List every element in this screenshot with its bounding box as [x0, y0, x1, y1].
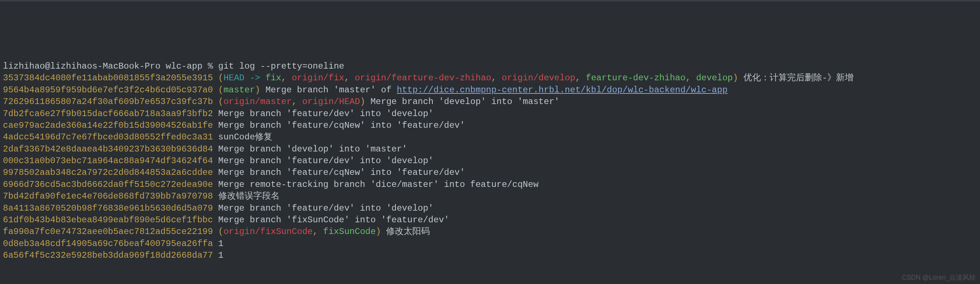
branch-remote: origin/fixSunCode: [223, 227, 313, 236]
refs-comma: ,: [313, 227, 323, 236]
commit-hash: 9564b4a8959f959bd6e7efc3f2c4b6cd05c937a0: [3, 85, 213, 95]
commit-hash: 4adcc54196d7c7e67fbced03d80552ffed0c3a31: [3, 132, 213, 142]
refs-open-paren: (: [218, 73, 223, 83]
refs-close-paren: ): [733, 73, 738, 83]
commit-hash: 6a56f4f5c232e5928beb3dda969f18dd2668da77: [3, 250, 213, 260]
commit-hash: 2daf3367b42e8daaea4b3409237b3630b9636d84: [3, 144, 213, 154]
commit-message: Merge branch 'master' of: [266, 85, 397, 95]
commit-hash: 3537384dc4080fe11abab0081855f3a2055e3915: [3, 73, 213, 83]
commit-hash: 7db2fca6e27f9b015dacf666ab718a3aa9f3bfb2: [3, 109, 213, 119]
branch-remote: origin/HEAD: [302, 97, 360, 107]
commit-line: 8a4113a8670520b98f76838e961b5630d6d5a079…: [3, 203, 977, 214]
branch-remote: origin/master: [223, 97, 292, 107]
commit-message: Merge branch 'develop' into 'master': [218, 144, 407, 154]
branch-remote: origin/develop: [502, 73, 575, 83]
window-top-border: [0, 0, 980, 2]
commit-hash: 72629611865807a24f30af609b7e6537c39fc37b: [3, 97, 213, 107]
refs-close-paren: ): [360, 97, 365, 107]
commit-hash: 0d8eb3a48cdf14905a69c76beaf400795ea26ffa: [3, 239, 213, 249]
commit-line: 61df0b43b4b83ebea8499eabf890e5d6cef1fbbc…: [3, 214, 977, 226]
commit-hash: 8a4113a8670520b98f76838e961b5630d6d5a079: [3, 203, 213, 213]
commit-message: sunCode修复: [218, 132, 273, 142]
commit-message: Merge remote-tracking branch 'dice/maste…: [218, 180, 539, 190]
prompt-symbol: %: [208, 61, 213, 71]
prompt-user-host: lizhihao@lizhihaos-MacBook-Pro: [3, 61, 161, 71]
refs-comma: ,: [575, 73, 586, 83]
commit-hash: cae979ac2ade360a14e22f0b15d39004526ab1fe: [3, 120, 213, 130]
commit-message: 修改错误字段名: [218, 191, 280, 201]
commit-line: 4adcc54196d7c7e67fbced03d80552ffed0c3a31…: [3, 131, 977, 143]
commit-hash: 61df0b43b4b83ebea8499eabf890e5d6cef1fbbc: [3, 215, 213, 225]
commit-line: fa990a7fc0e74732aee0b5aec7812ad55ce22199…: [3, 226, 977, 238]
commit-line: 0d8eb3a48cdf14905a69c76beaf400795ea26ffa…: [3, 238, 977, 250]
commit-message: Merge branch 'feature/cqNew' into 'featu…: [218, 168, 465, 177]
commit-hash: 000c31a0b073ebc71a964ac88a9474df34624f64: [3, 156, 213, 166]
commit-message: 修改太阳码: [386, 227, 430, 236]
commit-line: 9564b4a8959f959bd6e7efc3f2c4b6cd05c937a0…: [3, 84, 977, 96]
head-pointer: HEAD ->: [223, 73, 266, 83]
watermark-text: CSDN @Loren_云淡风轻: [902, 273, 975, 282]
refs-open-paren: (: [218, 97, 223, 107]
prompt-cwd: wlc-app: [165, 61, 202, 71]
branch-remote: origin/fearture-dev-zhihao: [355, 73, 491, 83]
commit-message: Merge branch 'feature/dev' into 'develop…: [218, 156, 434, 166]
command-text: git log --pretty=oneline: [218, 61, 345, 71]
commit-message: 优化：计算完后删除-》新增: [743, 73, 853, 83]
commit-message: 1: [218, 250, 223, 260]
refs-close-paren: ): [255, 85, 260, 95]
commit-line: 6a56f4f5c232e5928beb3dda969f18dd2668da77…: [3, 250, 977, 262]
commit-hash: 7bd42dfa90fe1ec4e706de868fd739bb7a970798: [3, 191, 213, 201]
refs-comma: ,: [292, 97, 302, 107]
commit-hash: 6966d736cd5ac3bd6662da0ff5150c272edea90e: [3, 180, 213, 190]
refs-comma: ,: [281, 73, 292, 83]
commit-line: 6966d736cd5ac3bd6662da0ff5150c272edea90e…: [3, 179, 977, 191]
refs-comma: ,: [491, 73, 502, 83]
branch-local: develop: [696, 73, 733, 83]
commit-message: Merge branch 'fixSunCode' into 'feature/…: [218, 215, 450, 225]
branch-local: fixSunCode: [323, 227, 376, 236]
refs-open-paren: (: [218, 227, 223, 236]
commit-line: cae979ac2ade360a14e22f0b15d39004526ab1fe…: [3, 120, 977, 131]
refs-comma: ,: [344, 73, 355, 83]
commit-line: 72629611865807a24f30af609b7e6537c39fc37b…: [3, 96, 977, 108]
commit-line: 2daf3367b42e8daaea4b3409237b3630b9636d84…: [3, 144, 977, 155]
refs-comma: ,: [686, 73, 696, 83]
commit-line: 7db2fca6e27f9b015dacf666ab718a3aa9f3bfb2…: [3, 108, 977, 120]
branch-local: master: [223, 85, 255, 95]
commit-hash: fa990a7fc0e74732aee0b5aec7812ad55ce22199: [3, 227, 213, 236]
commit-line: 7bd42dfa90fe1ec4e706de868fd739bb7a970798…: [3, 191, 977, 202]
commit-hash: 9978502aab348c2a7972c2d0d844853a2a6cddee: [3, 168, 213, 177]
commit-message: Merge branch 'develop' into 'master': [371, 97, 559, 107]
commit-message: Merge branch 'feature/dev' into 'develop…: [218, 203, 434, 213]
terminal-output[interactable]: lizhihao@lizhihaos-MacBook-Pro wlc-app %…: [3, 61, 977, 262]
commit-message: Merge branch 'feature/cqNew' into 'featu…: [218, 120, 465, 130]
prompt-line: lizhihao@lizhihaos-MacBook-Pro wlc-app %…: [3, 61, 977, 72]
commit-link[interactable]: http://dice.cnbmpnp-center.hrbl.net/kbl/…: [397, 85, 727, 95]
refs-close-paren: ): [376, 227, 381, 236]
branch-remote: origin/fix: [292, 73, 344, 83]
commit-line: 3537384dc4080fe11abab0081855f3a2055e3915…: [3, 72, 977, 84]
commit-line: 000c31a0b073ebc71a964ac88a9474df34624f64…: [3, 155, 977, 167]
refs-open-paren: (: [218, 85, 223, 95]
commit-message: 1: [218, 239, 223, 249]
branch-local: fearture-dev-zhihao: [586, 73, 686, 83]
commit-message: Merge branch 'feature/dev' into 'develop…: [218, 109, 434, 119]
branch-local: fix: [266, 73, 281, 83]
commit-line: 9978502aab348c2a7972c2d0d844853a2a6cddee…: [3, 167, 977, 179]
